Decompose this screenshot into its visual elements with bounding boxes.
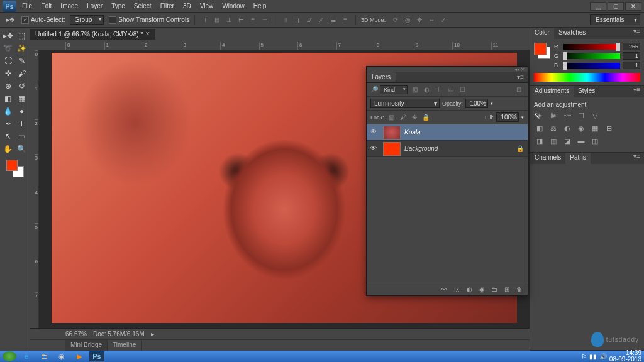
adj-gradmap-icon[interactable]: ▬ (575, 136, 587, 146)
blend-mode-select[interactable]: Luminosity (370, 99, 440, 108)
menu-layer[interactable]: Layer (82, 1, 107, 11)
3d-rotate-icon[interactable]: ⟳ (391, 15, 401, 25)
heal-tool[interactable]: ✜ (2, 68, 14, 79)
hand-tool[interactable]: ✋ (2, 143, 14, 155)
taskbar-ie-icon[interactable]: e (19, 351, 34, 361)
system-tray[interactable]: ⚐ ▮▮ 🔊 14:3908-09-2013 (581, 350, 641, 362)
distrib-6-icon[interactable]: ≡ (340, 15, 350, 25)
zoom-level[interactable]: 66.67% (65, 331, 87, 337)
tab-paths[interactable]: Paths (565, 153, 591, 164)
pen-tool[interactable]: ✒ (2, 118, 14, 129)
history-tool[interactable]: ↺ (16, 80, 28, 92)
adj-lut-icon[interactable]: ⊞ (603, 123, 614, 133)
menu-help[interactable]: Help (249, 1, 271, 11)
stamp-tool[interactable]: ⊕ (2, 80, 14, 92)
ruler-vertical[interactable]: 01234567 (30, 50, 39, 328)
filter-toggle[interactable]: ⊡ (514, 85, 524, 95)
workspace-select[interactable]: Essentials (590, 14, 640, 25)
fill-adj-icon[interactable]: ◉ (477, 285, 486, 294)
adj-photo-icon[interactable]: ◉ (575, 123, 587, 133)
layer-name[interactable]: Koala (404, 129, 524, 136)
taskbar-chrome-icon[interactable]: ◉ (54, 351, 69, 361)
layer-thumb[interactable] (383, 142, 401, 156)
menu-3d[interactable]: 3D (179, 1, 196, 11)
distrib-1-icon[interactable]: ⫴ (280, 15, 291, 25)
align-left-icon[interactable]: ⊢ (236, 15, 246, 25)
menu-type[interactable]: Type (107, 1, 130, 11)
adj-curves-icon[interactable]: 〰 (562, 111, 573, 121)
filter-select[interactable]: Kind (380, 85, 408, 94)
panel-menu-icon[interactable]: ▾≡ (630, 153, 644, 164)
g-value[interactable]: 1 (623, 52, 640, 60)
lasso-tool[interactable]: ➰ (2, 43, 14, 54)
crop-tool[interactable]: ⛶ (2, 55, 14, 67)
tray-flag-icon[interactable]: ⚐ (581, 353, 587, 360)
link-layers-icon[interactable]: ⚯ (440, 285, 448, 294)
path-tool[interactable]: ↖ (2, 131, 14, 142)
r-slider[interactable] (563, 44, 620, 50)
filter-shape-icon[interactable]: ▭ (445, 85, 455, 95)
auto-select-check[interactable]: ✓Auto-Select: (21, 16, 65, 24)
layer-row-0[interactable]: 👁Koala (367, 124, 528, 141)
mask-icon[interactable]: ◐ (465, 285, 474, 294)
visibility-icon[interactable]: 👁 (370, 128, 379, 137)
brush-tool[interactable]: 🖌 (16, 68, 28, 79)
align-right-icon[interactable]: ⊣ (260, 15, 270, 25)
taskbar-wmp-icon[interactable]: ▶ (72, 351, 87, 361)
menu-image[interactable]: Image (56, 1, 82, 11)
layer-thumb[interactable] (383, 126, 401, 140)
wand-tool[interactable]: ✨ (16, 43, 28, 54)
layer-row-1[interactable]: 👁Background🔒 (367, 141, 528, 157)
distrib-3-icon[interactable]: ⫻ (304, 15, 314, 25)
menu-edit[interactable]: Edit (36, 1, 56, 11)
tab-layers[interactable]: Layers (367, 72, 396, 82)
blur-tool[interactable]: 💧 (2, 106, 14, 117)
menu-window[interactable]: Window (218, 1, 249, 11)
tab-close-icon[interactable]: ✕ (145, 31, 150, 37)
lock-move-icon[interactable]: ✥ (409, 112, 419, 123)
panel-menu-icon[interactable]: ▾≡ (513, 74, 528, 80)
filter-pixel-icon[interactable]: ▧ (409, 85, 419, 95)
eraser-tool[interactable]: ◧ (2, 93, 14, 104)
lock-trans-icon[interactable]: ▧ (387, 112, 397, 123)
adj-poster-icon[interactable]: ▥ (548, 136, 559, 146)
adj-invert-icon[interactable]: ◨ (534, 136, 545, 146)
tab-timeline[interactable]: Timeline (108, 340, 142, 351)
close-button[interactable]: ✕ (625, 2, 641, 11)
start-button[interactable] (3, 351, 16, 361)
adj-threshold-icon[interactable]: ◪ (562, 136, 573, 146)
b-value[interactable]: 1 (623, 62, 640, 69)
adj-exposure-icon[interactable]: ☐ (575, 111, 587, 121)
autoselect-select[interactable]: Group (70, 15, 104, 25)
adj-vibrance-icon[interactable]: ▽ (589, 111, 601, 121)
tab-swatches[interactable]: Swatches (554, 28, 590, 39)
align-top-icon[interactable]: ⊤ (200, 15, 210, 25)
align-mid-icon[interactable]: ⊟ (212, 15, 222, 25)
tray-sound-icon[interactable]: 🔊 (599, 353, 607, 360)
tab-adjustments[interactable]: Adjustments (530, 86, 574, 97)
minimize-button[interactable]: ▁ (590, 2, 606, 11)
lock-all-icon[interactable]: 🔒 (421, 112, 431, 123)
maximize-button[interactable]: ▢ (608, 2, 624, 11)
filter-type-icon[interactable]: T (433, 85, 443, 95)
adj-brightness-icon[interactable]: ☀ (534, 111, 545, 121)
doc-tab-active[interactable]: Untitled-1 @ 66.7% (Koala, CMYK/8) *✕ (30, 29, 155, 40)
g-slider[interactable] (563, 53, 620, 59)
spectrum-bar[interactable] (534, 73, 640, 82)
tab-styles[interactable]: Styles (574, 86, 599, 97)
group-icon[interactable]: 🗀 (490, 285, 499, 294)
shape-tool[interactable]: ▭ (16, 131, 28, 142)
app-logo[interactable]: Ps (3, 1, 16, 12)
3d-scale-icon[interactable]: ⤢ (438, 15, 448, 25)
fill-input[interactable]: 100% (496, 112, 519, 122)
new-layer-icon[interactable]: ⊞ (502, 285, 511, 294)
marquee-tool[interactable]: ⬚ (16, 30, 28, 41)
panel-menu-icon[interactable]: ▾≡ (630, 28, 644, 39)
doc-info-arrow[interactable]: ▸ (151, 331, 154, 337)
taskbar-ps-icon[interactable]: Ps (89, 351, 104, 361)
distrib-2-icon[interactable]: ⫼ (292, 15, 303, 25)
gradient-tool[interactable]: ▦ (16, 93, 28, 104)
move-tool[interactable]: ▸✥ (2, 30, 14, 41)
dodge-tool[interactable]: ● (16, 106, 28, 117)
opacity-input[interactable]: 100% (465, 99, 488, 108)
